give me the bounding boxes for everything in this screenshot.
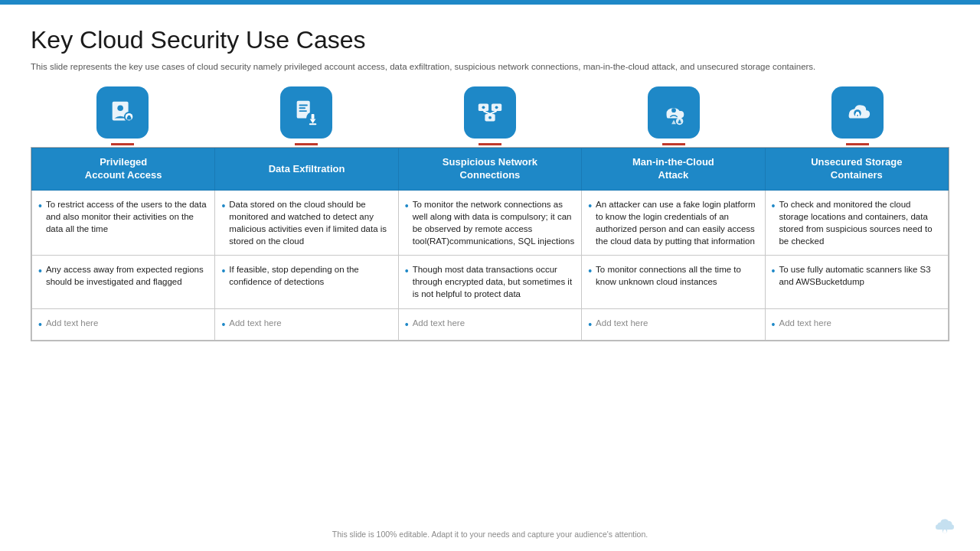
cell-1-2: • Data stored on the cloud should be mon…	[215, 190, 398, 255]
cell-1-5: • To check and monitored the cloud stora…	[765, 190, 948, 255]
svg-line-18	[490, 111, 497, 114]
icon-cell-3	[398, 86, 582, 145]
icon-underline-4	[662, 143, 685, 145]
cloud-footer-icon	[933, 514, 957, 542]
svg-rect-5	[127, 117, 132, 120]
svg-point-20	[495, 106, 498, 109]
slide: Key Cloud Security Use Cases This slide …	[0, 0, 980, 551]
col-header-3: Suspicious Network Connections	[398, 148, 581, 191]
col-header-5: Unsecured Storage Containers	[765, 148, 948, 191]
data-exfiltration-icon-box	[280, 86, 332, 139]
col-header-4: Man-in-the-Cloud Attack	[582, 148, 765, 191]
svg-point-1	[117, 106, 123, 112]
svg-rect-9	[299, 110, 307, 112]
icon-underline-2	[295, 143, 318, 145]
bullet-1-3: •	[405, 199, 409, 214]
unsecured-storage-icon	[843, 98, 872, 127]
bullet-1-1: •	[38, 199, 42, 214]
cell-2-3: • Though most data transactions occur th…	[398, 256, 581, 308]
bullet-3-1: •	[38, 318, 42, 333]
cell-3-1: • Add text here	[32, 308, 215, 341]
cell-2-1: • Any access away from expected regions …	[32, 256, 215, 308]
cell-3-2: • Add text here	[215, 308, 398, 341]
table-row-2: • Any access away from expected regions …	[32, 256, 949, 308]
top-bar	[0, 0, 980, 5]
svg-rect-13	[309, 123, 317, 125]
cell-2-2: • If feasible, stop depending on the con…	[215, 256, 398, 308]
slide-subtitle: This slide represents the key use cases …	[31, 60, 949, 73]
icon-underline-1	[111, 143, 134, 145]
cell-2-5: • To use fully automatic scanners like S…	[765, 256, 948, 308]
svg-marker-23	[671, 120, 676, 125]
bullet-3-2: •	[221, 318, 225, 333]
privileged-account-icon-box	[96, 86, 149, 139]
bullet-1-2: •	[221, 199, 225, 214]
footer-text: This slide is 100% editable. Adapt it to…	[0, 530, 980, 539]
table-row-1: • To restrict access of the users to the…	[32, 190, 949, 255]
svg-rect-11	[312, 114, 315, 119]
bullet-2-1: •	[38, 264, 42, 279]
svg-point-22	[671, 108, 676, 112]
icon-underline-3	[479, 143, 501, 145]
bullet-2-2: •	[221, 264, 225, 279]
icon-cell-5	[766, 86, 949, 145]
bullet-3-3: •	[405, 318, 409, 333]
cell-1-3: • To monitor the network connections as …	[398, 190, 581, 255]
slide-title: Key Cloud Security Use Cases	[31, 26, 949, 54]
man-in-cloud-icon-box	[648, 86, 700, 139]
main-table: Privileged Account Access Data Exfiltrat…	[31, 147, 949, 341]
bullet-2-4: •	[588, 264, 592, 279]
table-row-3: • Add text here • Add text here •	[32, 308, 949, 341]
svg-rect-26	[678, 121, 681, 123]
data-exfiltration-icon	[292, 98, 321, 127]
icons-row	[31, 86, 949, 145]
bullet-2-5: •	[772, 264, 776, 279]
bullet-3-5: •	[772, 318, 776, 333]
cell-2-4: • To monitor connections all the time to…	[582, 256, 765, 308]
svg-rect-8	[299, 107, 306, 109]
cell-1-1: • To restrict access of the users to the…	[32, 190, 215, 255]
bullet-3-4: •	[588, 318, 592, 333]
icon-cell-4	[582, 86, 766, 145]
privileged-account-icon	[108, 98, 137, 127]
svg-point-30	[857, 115, 858, 116]
suspicious-network-icon-box	[464, 86, 516, 139]
svg-line-17	[483, 111, 490, 114]
svg-rect-33	[943, 531, 947, 533]
col-header-1: Privileged Account Access	[32, 148, 215, 191]
bullet-1-4: •	[588, 199, 592, 214]
suspicious-network-icon	[475, 98, 505, 127]
col-header-2: Data Exfiltration	[215, 148, 398, 191]
unsecured-storage-icon-box	[831, 86, 884, 139]
cell-3-4: • Add text here	[582, 308, 765, 341]
icon-cell-2	[214, 86, 398, 145]
cell-3-3: • Add text here	[398, 308, 581, 341]
svg-point-19	[482, 106, 485, 109]
svg-rect-7	[299, 105, 308, 106]
bullet-2-3: •	[405, 264, 409, 279]
cell-3-5: • Add text here	[765, 308, 948, 341]
icon-underline-5	[846, 143, 869, 145]
bullet-1-5: •	[772, 199, 776, 214]
man-in-cloud-icon	[659, 98, 688, 127]
svg-point-21	[488, 116, 492, 119]
icon-cell-1	[31, 86, 214, 145]
cell-1-4: • An attacker can use a fake login platf…	[582, 190, 765, 255]
